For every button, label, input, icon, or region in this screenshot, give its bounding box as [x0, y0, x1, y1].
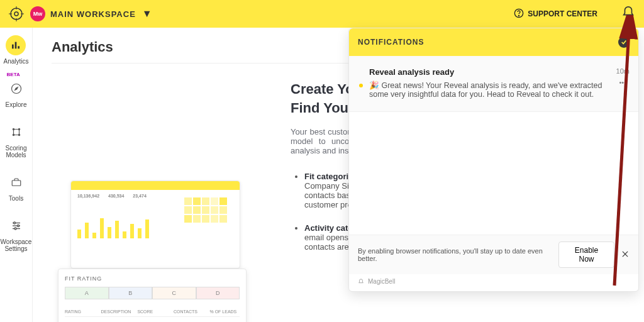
- notifications-brand: MagicBell: [349, 274, 638, 291]
- mark-all-read-icon[interactable]: [618, 36, 630, 48]
- notification-title: Reveal analysis ready: [369, 67, 611, 77]
- target-icon: [6, 122, 26, 142]
- sidebar-item-label: Analytics: [3, 58, 28, 65]
- mock-dashboard: 10,136,942 430,534 23,474: [70, 180, 240, 269]
- sidebar-item-tools[interactable]: Tools: [6, 172, 26, 202]
- svg-rect-8: [12, 45, 14, 49]
- sidebar-item-scoring[interactable]: Scoring Models: [0, 122, 32, 158]
- svg-rect-13: [13, 130, 19, 135]
- notifications-header: NOTIFICATIONS: [349, 28, 638, 56]
- svg-point-23: [17, 225, 19, 227]
- svg-point-22: [13, 222, 15, 224]
- notifications-panel: NOTIFICATIONS Reveal analysis ready 🎉 Gr…: [348, 28, 639, 292]
- notification-item[interactable]: Reveal analysis ready 🎉 Great news! Your…: [349, 56, 638, 112]
- workspace-name[interactable]: MAIN WORKSPACE: [50, 9, 136, 19]
- svg-point-14: [13, 128, 14, 130]
- notifications-bell-icon[interactable]: [621, 6, 635, 22]
- svg-point-0: [11, 8, 22, 19]
- svg-point-15: [18, 128, 19, 130]
- support-center-button[interactable]: SUPPORT CENTER: [508, 4, 604, 24]
- mock-fit-table: FIT RATING A B C D RATINGDESCRIPTIONSCOR…: [58, 269, 247, 322]
- sidebar-item-label: Workspace Settings: [0, 238, 32, 252]
- svg-rect-10: [18, 46, 20, 48]
- sidebar-item-settings[interactable]: Workspace Settings: [0, 216, 32, 252]
- svg-rect-18: [12, 180, 21, 186]
- svg-point-1: [14, 12, 18, 16]
- svg-point-7: [519, 15, 519, 16]
- enable-text: By enabling browser notifications, you'l…: [358, 247, 558, 262]
- notification-time: 10m: [616, 67, 630, 75]
- unread-dot-icon: [359, 84, 363, 87]
- sidebar-item-analytics[interactable]: Analytics: [3, 35, 28, 65]
- beta-badge: BETA: [7, 72, 20, 78]
- sidebar-item-label: Scoring Models: [0, 145, 32, 158]
- enable-notifications-bar: By enabling browser notifications, you'l…: [349, 235, 638, 274]
- help-icon: [514, 8, 524, 20]
- compass-icon: [6, 79, 26, 99]
- fit-rating-label: FIT RATING: [65, 275, 240, 282]
- app-logo-icon: [9, 6, 24, 21]
- sidebar-item-explore[interactable]: BETA Explore: [6, 79, 27, 108]
- toolbox-icon: [6, 172, 26, 192]
- illustration-column: 10,136,942 430,534 23,474 FIT RATING A B…: [52, 80, 265, 265]
- chevron-down-icon[interactable]: ▼: [142, 8, 152, 19]
- svg-marker-12: [14, 87, 18, 91]
- workspace-avatar: Mw: [30, 6, 45, 21]
- sliders-icon: [6, 216, 26, 236]
- svg-point-17: [18, 134, 19, 135]
- notifications-title: NOTIFICATIONS: [358, 38, 424, 47]
- top-bar: Mw MAIN WORKSPACE ▼ SUPPORT CENTER: [0, 0, 644, 28]
- more-icon[interactable]: •••: [619, 79, 627, 86]
- svg-point-24: [14, 228, 16, 230]
- svg-point-16: [13, 134, 14, 135]
- analytics-icon: [6, 35, 26, 55]
- enable-now-button[interactable]: Enable Now: [558, 242, 614, 268]
- notification-body: 🎉 Great news! Your Reveal analysis is re…: [369, 80, 611, 99]
- svg-rect-9: [15, 42, 17, 49]
- sidebar-item-label: Tools: [9, 195, 23, 202]
- sidebar: Analytics BETA Explore Scoring Models To…: [0, 28, 33, 322]
- sidebar-item-label: Explore: [6, 101, 27, 108]
- support-label: SUPPORT CENTER: [528, 9, 597, 18]
- close-icon[interactable]: [621, 250, 630, 260]
